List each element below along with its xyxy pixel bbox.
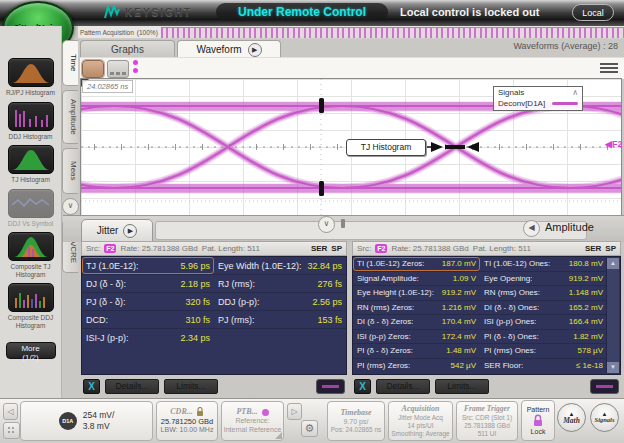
ptb-panel[interactable]: PTB... Reference: Internal Reference [221,401,284,441]
jitter-play-icon[interactable]: ▶ [123,224,137,238]
sp-button[interactable]: SP [331,244,342,253]
measurement-cell[interactable]: PI (δ - δ) Ones:1.82 mV [480,330,607,344]
sidebar-item-label: DDJ Vs Symbol [2,220,60,228]
sidebar-item-ddj-vs-symbol[interactable]: DDJ Vs Symbol [2,189,60,228]
jitter-close-button[interactable]: X [83,379,100,394]
sidebar-item-tj-histogram[interactable]: TJ Histogram [2,145,60,184]
titlebar: KEYSIGHT Under Remote Control Local cont… [0,0,624,26]
sidebar-item-label: TJ Histogram [2,176,60,184]
amplitude-scrollbar[interactable]: ▲ ▼ [606,258,619,373]
channel-offset: 3.8 mV [83,421,110,432]
math-button[interactable]: ▲ Math [557,403,586,432]
acquisition-mode: Jitter Mode Acq [398,414,443,422]
legend-collapse-icon[interactable]: ∧ [572,88,578,97]
statusbar: ◁ D1A 254 mV/ 3.8 mV CDR... 25.781250 GB… [0,398,624,443]
measurement-cell[interactable]: RN (rms) Ones:1.148 mV [480,286,607,300]
measurement-cell[interactable]: RN (rms) Zeros:1.216 mV [353,301,480,315]
tab-waveform[interactable]: Waveform ▶ [177,40,281,58]
ser-button[interactable]: SER [585,244,601,253]
measurement-cell[interactable]: DDJ (p-p):2.56 ps [214,293,346,310]
measurement-value: ≤ 1e-18 [576,361,603,370]
tab-jitter-results[interactable]: Jitter ▶ [81,219,153,242]
measurement-cell[interactable]: RJ (rms):276 fs [214,275,346,292]
measurement-cell[interactable]: DI (δ - δ) Zeros:170.4 mV [353,315,480,329]
acquisition-panel[interactable]: Acquisition Jitter Mode Acq 14 pts/UI Sm… [388,401,453,441]
measurement-cell[interactable]: DJ (δ - δ):2.18 ps [82,275,214,292]
waveform-plot[interactable]: 24.02865 ns Signals ∧ Deconv[D1A] TJ His… [80,78,622,216]
timebase-panel[interactable]: Timebase 9.70 ps/ Pos: 24.02865 ns [327,401,385,441]
measurement-cell[interactable]: ISI (p-p) Ones:166.4 mV [480,315,607,329]
tab-graphs[interactable]: Graphs [80,40,175,58]
panel-grid-button[interactable] [3,422,20,439]
side-tab-time[interactable]: Time [62,40,78,86]
sidebar-item-composite-ddj-histogram[interactable]: Composite DDJ Histogram [2,283,60,329]
tj-histogram-annotation[interactable]: TJ Histogram [346,139,426,156]
more-graphs-button[interactable]: More (1/2) [6,342,56,359]
measurement-cell[interactable]: DI (δ - δ) Ones:165.2 mV [480,301,607,315]
lock-message: Local control is locked out [400,6,539,18]
side-tabs-collapse-icon[interactable]: ∨ [62,198,79,215]
local-button[interactable]: Local [572,4,614,21]
side-tab-meas[interactable]: Meas [62,148,78,194]
scroll-left-button[interactable]: ◁ [3,403,18,420]
settings-gear-icon[interactable]: ⚙ [301,420,318,437]
channel-panel[interactable]: D1A 254 mV/ 3.8 mV [20,401,153,441]
measurement-cell[interactable]: TJ (1.0E-12):5.96 ps [82,257,214,274]
measurement-cell[interactable]: PJ (rms):153 fs [214,311,346,328]
measurement-cell[interactable] [214,329,346,347]
measurement-cell[interactable]: PI (rms) Ones:578 µV [480,344,607,358]
scroll-up-icon[interactable]: ▲ [607,258,619,269]
sidebar-item-composite-tj-histogram[interactable]: Composite TJ Histogram [2,232,60,278]
cdr-panel[interactable]: CDR... 25.781250 GBd LBW: 10.00 MHz [156,401,218,441]
measurement-label: PI (rms) Zeros: [357,361,410,370]
amplitude-limits-button[interactable]: Limits... [435,379,489,394]
pattern-acquisition-label: Pattern Acquisition [80,29,134,36]
measurement-cell[interactable]: TI (1.0E-12) Ones:180.8 mV [480,257,607,271]
pattern-lock-button[interactable]: Pattern Lock [521,400,555,441]
amplitude-results-table: TI (1.0E-12) Zeros:187.0 mV TI (1.0E-12)… [352,256,621,375]
single-display-mode-icon[interactable] [82,60,104,78]
measurement-cell[interactable]: Eye Height (1.0E-12):919.2 mV [353,286,480,300]
cdr-rate: 25.781250 GBd [161,417,214,426]
split-collapse-icon[interactable]: ∨ [318,216,335,233]
split-divider-strip[interactable] [155,221,587,240]
measurement-cell[interactable]: ISI (p-p) Zeros:172.4 mV [353,330,480,344]
amplitude-details-button[interactable]: Details... [376,379,430,394]
amplitude-expand-icon[interactable]: ◀ [523,220,540,237]
amplitude-trace-color-swatch[interactable] [590,379,619,394]
tab-play-icon[interactable]: ▶ [248,43,262,57]
frame-trigger-panel[interactable]: Frame Trigger Src: CDR (Slot 1) 25.78138… [456,401,518,441]
measurement-cell[interactable]: PJ (δ - δ):320 fs [82,293,214,310]
scroll-right-button[interactable]: ▷ [287,403,302,420]
measurement-cell[interactable]: SER Floor:≤ 1e-18 [480,359,607,374]
measurement-cell[interactable]: PI (rms) Zeros:542 µV [353,359,480,374]
amplitude-close-button[interactable]: X [354,379,371,394]
measurement-cell[interactable]: Eye Opening:919.2 mV [480,272,607,286]
split-display-mode-icon[interactable] [107,60,129,78]
jitter-limits-button[interactable]: Limits... [164,379,218,394]
measurement-value: 2.34 ps [180,333,210,343]
scroll-down-icon[interactable]: ▼ [607,362,619,373]
tab-amplitude-results[interactable]: Amplitude [545,221,594,233]
sidebar-item-ddj-histogram[interactable]: DDJ Histogram [2,102,60,141]
measurement-cell[interactable]: PI (δ - δ) Zeros:1.48 mV [353,344,480,358]
acquisition-title: Acquisition [402,404,440,414]
signals-legend[interactable]: Signals ∧ Deconv[D1A] [493,86,583,111]
measurement-cell[interactable]: Signal Amplitude:1.09 V [353,272,480,286]
split-drag-handle-icon[interactable] [341,219,345,228]
jitter-details-button[interactable]: Details... [105,379,159,394]
ser-button[interactable]: SER [311,244,327,253]
measurement-value: 578 µV [577,346,603,355]
measurement-cell[interactable]: TI (1.0E-12) Zeros:187.0 mV [353,257,480,271]
pattern-lock-icon [532,414,544,427]
measurement-cell[interactable]: Eye Width (1.0E-12):32.84 ps [214,257,346,274]
measurement-cell[interactable]: ISI-J (p-p):2.34 ps [82,329,214,347]
math-label: Math [563,417,580,425]
measurement-cell[interactable]: DCD:310 fs [82,311,214,328]
sp-button[interactable]: SP [605,244,616,253]
signals-button[interactable]: ▲ Signals [590,403,619,432]
jitter-trace-color-swatch[interactable] [316,379,345,394]
side-tab-amplitude[interactable]: Amplitude [62,90,78,144]
plot-menu-icon[interactable] [600,61,618,75]
sidebar-item-rjpj-histogram[interactable]: RJ/PJ Histogram [2,58,60,97]
